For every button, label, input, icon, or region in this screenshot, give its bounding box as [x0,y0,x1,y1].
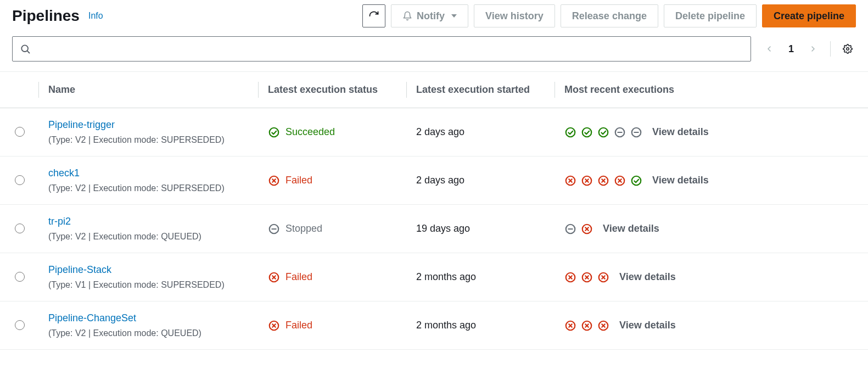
pipeline-link[interactable]: tr-pi2 [48,216,71,227]
fail-icon [614,175,626,187]
refresh-icon [368,10,379,21]
fail-icon [564,175,576,187]
search-input[interactable] [12,36,751,62]
row-select-cell [0,205,38,253]
create-pipeline-label: Create pipeline [774,10,844,22]
table-row: tr-pi2(Type: V2 | Execution mode: QUEUED… [0,205,868,253]
notify-label: Notify [417,10,445,22]
recent-executions: View details [564,320,858,332]
row-started-cell: 19 days ago [406,205,555,253]
pipeline-link[interactable]: check1 [48,167,80,178]
chevron-down-icon [451,14,457,18]
delete-pipeline-button[interactable]: Delete pipeline [664,4,757,27]
refresh-button[interactable] [362,4,385,27]
row-select-cell [0,157,38,205]
pager-prev-button[interactable] [761,41,777,57]
chevron-right-icon [809,44,817,53]
row-recent-cell: View details [555,253,868,301]
started-text: 2 days ago [416,175,464,186]
fail-icon [268,320,280,332]
page-header: Pipelines Info Notify View history Relea… [0,0,868,36]
fail-icon [581,175,593,187]
fail-icon [268,175,280,187]
row-name-cell: check1(Type: V2 | Execution mode: SUPERS… [38,157,258,205]
notify-button[interactable]: Notify [391,4,468,27]
search-wrap [12,36,751,62]
pipeline-meta: (Type: V2 | Execution mode: QUEUED) [48,232,248,242]
row-name-cell: tr-pi2(Type: V2 | Execution mode: QUEUED… [38,205,258,253]
row-started-cell: 2 months ago [406,301,555,350]
row-select-radio[interactable] [15,320,25,330]
stopped-icon [268,223,280,235]
view-details-link[interactable]: View details [652,126,709,138]
view-details-link[interactable]: View details [603,223,659,234]
fail-icon [564,271,576,283]
delete-pipeline-label: Delete pipeline [675,10,745,22]
row-status-cell: Failed [258,301,406,350]
fail-icon [581,320,593,332]
release-change-button[interactable]: Release change [561,4,658,27]
column-started[interactable]: Latest execution started [406,72,555,108]
status-text: Succeeded [285,126,335,138]
row-select-radio[interactable] [15,127,25,137]
pipelines-table: Name Latest execution status Latest exec… [0,72,868,350]
pipeline-link[interactable]: Pipeline-trigger [48,119,115,130]
view-details-link[interactable]: View details [652,175,709,186]
settings-button[interactable] [839,41,856,57]
status-text: Failed [285,320,312,331]
pipeline-link[interactable]: Pipeline-Stack [48,264,111,275]
pipeline-link[interactable]: Pipeline-ChangeSet [48,312,136,323]
pipeline-meta: (Type: V1 | Execution mode: SUPERSEDED) [48,280,248,290]
bell-icon [402,11,412,21]
view-details-link[interactable]: View details [619,320,676,331]
row-status-cell: Succeeded [258,108,406,157]
success-icon [268,126,280,138]
view-history-button[interactable]: View history [474,4,555,27]
recent-executions: View details [564,271,858,283]
column-recent[interactable]: Most recent executions [555,72,868,108]
table-row: Pipeline-trigger(Type: V2 | Execution mo… [0,108,868,157]
row-recent-cell: View details [555,301,868,350]
row-select-radio[interactable] [15,224,25,233]
status-text: Failed [285,175,312,186]
fail-icon [581,271,593,283]
row-select-radio[interactable] [15,272,25,282]
fail-icon [564,320,576,332]
table-row: Pipeline-ChangeSet(Type: V2 | Execution … [0,301,868,350]
fail-icon [268,271,280,283]
svg-point-4 [566,127,575,137]
search-icon [20,43,31,54]
row-select-cell [0,253,38,301]
create-pipeline-button[interactable]: Create pipeline [762,4,856,27]
svg-point-2 [847,48,849,51]
info-link[interactable]: Info [88,11,103,21]
gear-icon [843,43,853,54]
pager-page-number: 1 [784,40,798,58]
column-status[interactable]: Latest execution status [258,72,406,108]
row-recent-cell: View details [555,157,868,205]
column-name[interactable]: Name [38,72,258,108]
pager-next-button[interactable] [805,41,821,57]
view-details-link[interactable]: View details [619,271,676,283]
svg-point-5 [583,127,592,137]
row-name-cell: Pipeline-ChangeSet(Type: V2 | Execution … [38,301,258,350]
success-icon [630,175,642,187]
search-row: 1 [0,36,868,72]
stopped-icon [630,126,642,138]
row-select-cell [0,301,38,350]
recent-executions: View details [564,126,858,138]
row-recent-cell: View details [555,108,868,157]
svg-point-6 [599,127,608,137]
recent-executions: View details [564,223,858,235]
release-change-label: Release change [572,10,647,22]
success-icon [597,126,609,138]
fail-icon [581,223,593,235]
table-row: check1(Type: V2 | Execution mode: SUPERS… [0,157,868,205]
column-select [0,72,38,108]
fail-icon [597,175,609,187]
svg-point-26 [632,176,641,185]
row-select-cell [0,108,38,157]
started-text: 2 months ago [416,271,476,282]
started-text: 19 days ago [416,223,470,234]
row-select-radio[interactable] [15,175,25,185]
